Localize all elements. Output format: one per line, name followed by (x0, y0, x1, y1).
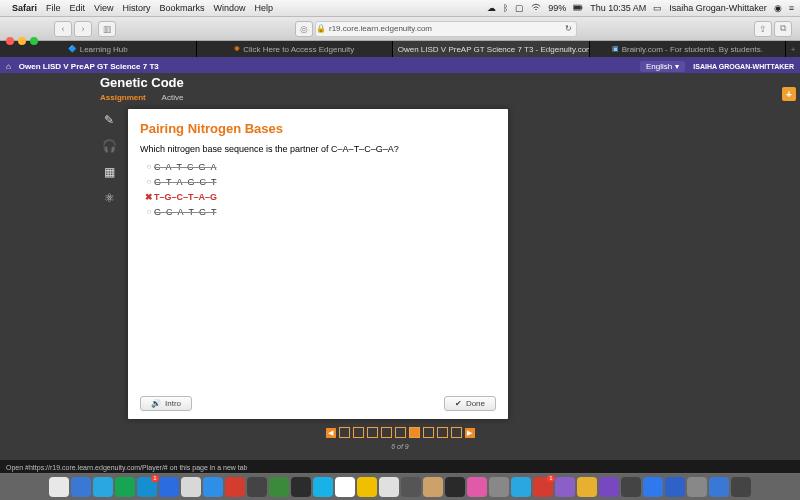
pager-step[interactable] (409, 427, 420, 438)
dock-app-icon[interactable] (665, 477, 685, 497)
dock-app-icon[interactable] (379, 477, 399, 497)
pager-step[interactable] (339, 427, 350, 438)
dock-app-icon[interactable] (225, 477, 245, 497)
reload-icon[interactable]: ↻ (565, 24, 572, 33)
sidebar-button[interactable]: ▥ (98, 21, 116, 37)
dock-app-icon[interactable] (489, 477, 509, 497)
menu-edit[interactable]: Edit (70, 3, 86, 13)
pencil-icon[interactable]: ✎ (104, 113, 114, 127)
shield-button[interactable]: ◎ (295, 21, 313, 37)
dock-app-icon[interactable] (247, 477, 267, 497)
dock-app-icon[interactable] (445, 477, 465, 497)
dock-app-icon[interactable] (49, 477, 69, 497)
pager-step[interactable] (451, 427, 462, 438)
minimize-window[interactable] (18, 37, 26, 45)
answer-option[interactable]: ○G–C–A–T–G–T (144, 205, 496, 218)
dock-app-icon[interactable] (357, 477, 377, 497)
pager-step[interactable] (367, 427, 378, 438)
headphones-icon[interactable]: 🎧 (102, 139, 117, 153)
dock-app-icon[interactable] (203, 477, 223, 497)
dock-app-icon[interactable] (555, 477, 575, 497)
dock-app-icon[interactable] (115, 477, 135, 497)
battery-icon[interactable] (573, 3, 583, 13)
pager-label: 6 of 9 (0, 443, 800, 450)
radio-icon: ○ (144, 207, 154, 216)
x-icon: ✖ (144, 192, 154, 202)
macos-username[interactable]: Isaiha Grogan-Whittaker (669, 3, 767, 13)
menu-bookmarks[interactable]: Bookmarks (159, 3, 204, 13)
menu-file[interactable]: File (46, 3, 61, 13)
speaker-icon: 🔊 (151, 399, 161, 408)
menu-history[interactable]: History (122, 3, 150, 13)
browser-tab[interactable]: ✺Click Here to Access Edgenuity (197, 41, 394, 57)
language-selector[interactable]: English▾ (640, 61, 685, 72)
dock-app-icon[interactable] (137, 477, 157, 497)
pager-step[interactable] (395, 427, 406, 438)
answer-option[interactable]: ○C–A–T–C–G–A (144, 160, 496, 173)
user-name[interactable]: ISAIHA GROGAN-WHITTAKER (693, 63, 794, 70)
menu-view[interactable]: View (94, 3, 113, 13)
siri-icon[interactable]: ◉ (774, 3, 782, 13)
dock-app-icon[interactable] (71, 477, 91, 497)
dock-app-icon[interactable] (731, 477, 751, 497)
intro-button[interactable]: 🔊Intro (140, 396, 192, 411)
dock-app-icon[interactable] (577, 477, 597, 497)
atom-icon[interactable]: ⚛ (104, 191, 115, 205)
pager-prev[interactable]: ◀ (326, 428, 336, 438)
dock-app-icon[interactable] (269, 477, 289, 497)
calculator-icon[interactable]: ▦ (104, 165, 115, 179)
dock-app-icon[interactable] (533, 477, 553, 497)
dock-app-icon[interactable] (335, 477, 355, 497)
pager-next[interactable]: ▶ (465, 428, 475, 438)
add-button[interactable]: + (782, 87, 796, 101)
airplay-icon[interactable]: ▢ (515, 3, 524, 13)
menu-help[interactable]: Help (254, 3, 273, 13)
notifications-icon[interactable]: ≡ (789, 3, 794, 13)
window-controls[interactable] (6, 37, 38, 45)
address-bar[interactable]: 🔒 r19.core.learn.edgenuity.com ↻ (315, 21, 577, 37)
share-button[interactable]: ⇪ (754, 21, 772, 37)
dock-app-icon[interactable] (313, 477, 333, 497)
back-button[interactable]: ‹ (54, 21, 72, 37)
frame-pager: ◀ ▶ (0, 427, 800, 438)
dock-app-icon[interactable] (621, 477, 641, 497)
pager-step[interactable] (381, 427, 392, 438)
close-window[interactable] (6, 37, 14, 45)
answer-option[interactable]: ✖T–G–C–T–A–G (144, 190, 496, 203)
bluetooth-icon[interactable]: ᛒ (503, 3, 508, 13)
course-title: Owen LISD V PreAP GT Science 7 T3 (19, 62, 159, 71)
pager-step[interactable] (423, 427, 434, 438)
wifi-icon[interactable] (531, 3, 541, 13)
browser-tab[interactable]: ▣Brainly.com - For students. By students… (590, 41, 787, 57)
menu-app[interactable]: Safari (12, 3, 37, 13)
dock-app-icon[interactable] (643, 477, 663, 497)
zoom-window[interactable] (30, 37, 38, 45)
dock-app-icon[interactable] (599, 477, 619, 497)
dock-app-icon[interactable] (291, 477, 311, 497)
dock-app-icon[interactable] (401, 477, 421, 497)
dock-app-icon[interactable] (709, 477, 729, 497)
clock[interactable]: Thu 10:35 AM (590, 3, 646, 13)
home-icon[interactable]: ⌂ (6, 62, 11, 71)
dock-app-icon[interactable] (687, 477, 707, 497)
browser-tab[interactable]: ✕Owen LISD V PreAP GT Science 7 T3 - Edg… (393, 41, 590, 57)
menu-window[interactable]: Window (213, 3, 245, 13)
done-button[interactable]: ✔Done (444, 396, 496, 411)
dock-app-icon[interactable] (467, 477, 487, 497)
lesson-stage: Genetic Code Assignment Active + ✎ 🎧 ▦ ⚛… (0, 73, 800, 460)
pager-step[interactable] (353, 427, 364, 438)
dock-app-icon[interactable] (181, 477, 201, 497)
tabs-button[interactable]: ⧉ (774, 21, 792, 37)
switch-user-icon[interactable]: ▭ (653, 3, 662, 13)
svg-rect-1 (574, 6, 581, 10)
dock-app-icon[interactable] (511, 477, 531, 497)
dock-app-icon[interactable] (159, 477, 179, 497)
pager-step[interactable] (437, 427, 448, 438)
cloud-icon[interactable]: ☁ (487, 3, 496, 13)
forward-button[interactable]: › (74, 21, 92, 37)
dock-app-icon[interactable] (423, 477, 443, 497)
new-tab-button[interactable]: + (786, 41, 800, 57)
answer-option[interactable]: ○G–T–A–G–C–T (144, 175, 496, 188)
status-text: Open #https://r19.core.learn.edgenuity.c… (6, 464, 248, 471)
dock-app-icon[interactable] (93, 477, 113, 497)
